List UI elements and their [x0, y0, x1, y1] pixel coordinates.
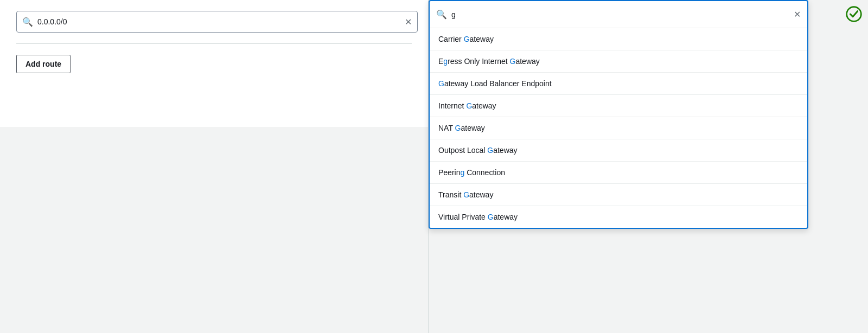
target-type-dropdown: 🔍 ✕ Carrier Gateway Egress Only Internet…: [429, 0, 808, 229]
highlight-g: G: [438, 79, 444, 88]
right-panel: 🔍 ✕ Carrier Gateway Egress Only Internet…: [429, 0, 868, 333]
item-text: Outpost Local Gateway: [438, 146, 518, 155]
page-container: 🔍 ✕ Add route 🔍 ✕ Carrier G: [0, 0, 868, 333]
dropdown-search-bar: 🔍 ✕: [430, 1, 807, 28]
svg-point-0: [847, 7, 861, 22]
check-icon-container: [845, 5, 863, 24]
item-text: Virtual Private Gateway: [438, 213, 518, 221]
destination-search-field: 🔍 ✕: [16, 11, 418, 33]
item-text: Internet Gateway: [438, 101, 496, 110]
item-text: Peering Connection: [438, 168, 505, 177]
dropdown-clear-icon[interactable]: ✕: [794, 9, 801, 20]
dropdown-list: Carrier Gateway Egress Only Internet Gat…: [430, 28, 807, 228]
dropdown-search-icon: 🔍: [436, 9, 447, 20]
clear-icon[interactable]: ✕: [405, 17, 412, 27]
divider: [16, 43, 412, 44]
add-route-button[interactable]: Add route: [16, 55, 71, 73]
highlight-g: g: [460, 168, 464, 177]
list-item[interactable]: NAT Gateway: [430, 117, 807, 139]
highlight-g: G: [455, 124, 461, 132]
item-text: Carrier Gateway: [438, 35, 494, 43]
destination-input[interactable]: [37, 17, 405, 26]
item-text: Egress Only Internet Gateway: [438, 57, 540, 66]
highlight-g2: G: [510, 57, 516, 66]
list-item[interactable]: Outpost Local Gateway: [430, 139, 807, 162]
item-text: NAT Gateway: [438, 124, 485, 132]
highlight-g: G: [464, 35, 470, 43]
highlight-g: g: [443, 57, 448, 66]
left-panel: 🔍 ✕ Add route: [0, 0, 429, 333]
dropdown-search-input[interactable]: [451, 10, 794, 19]
highlight-g: G: [488, 213, 494, 221]
list-item[interactable]: Peering Connection: [430, 162, 807, 184]
bottom-gray-area: [0, 127, 428, 333]
list-item[interactable]: Egress Only Internet Gateway: [430, 50, 807, 73]
check-circle-icon: [845, 5, 863, 23]
list-item[interactable]: Transit Gateway: [430, 184, 807, 206]
highlight-g: G: [487, 146, 493, 155]
item-text: Transit Gateway: [438, 190, 493, 199]
list-item[interactable]: Gateway Load Balancer Endpoint: [430, 73, 807, 95]
search-icon: 🔍: [22, 17, 33, 27]
list-item[interactable]: Virtual Private Gateway: [430, 206, 807, 228]
highlight-g: G: [463, 190, 469, 199]
item-text: Gateway Load Balancer Endpoint: [438, 79, 552, 88]
list-item[interactable]: Carrier Gateway: [430, 28, 807, 50]
highlight-g: G: [466, 101, 472, 110]
list-item[interactable]: Internet Gateway: [430, 95, 807, 117]
